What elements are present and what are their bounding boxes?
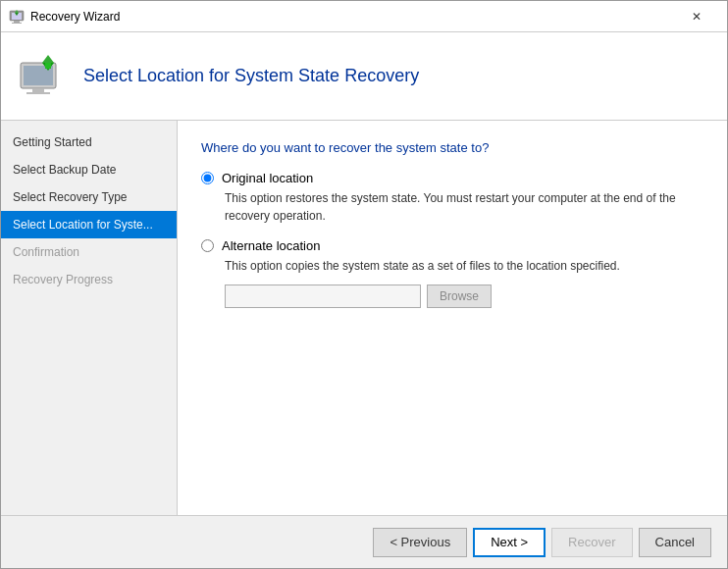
svg-rect-12 bbox=[45, 63, 51, 69]
title-bar: Recovery Wizard ✕ bbox=[1, 1, 727, 32]
original-location-label[interactable]: Original location bbox=[201, 171, 703, 185]
content-area: Getting Started Select Backup Date Selec… bbox=[1, 121, 727, 515]
browse-button[interactable]: Browse bbox=[427, 284, 492, 308]
original-location-radio[interactable] bbox=[201, 172, 214, 184]
title-bar-left: Recovery Wizard bbox=[9, 9, 120, 25]
svg-rect-3 bbox=[12, 23, 22, 24]
svg-rect-2 bbox=[14, 21, 20, 23]
sidebar-item-select-location[interactable]: Select Location for Syste... bbox=[1, 211, 177, 238]
header-icon bbox=[17, 51, 68, 102]
main-content: Where do you want to recover the system … bbox=[178, 121, 727, 515]
next-button[interactable]: Next > bbox=[473, 528, 546, 557]
svg-rect-9 bbox=[26, 92, 50, 94]
alternate-location-radio[interactable] bbox=[201, 239, 214, 252]
cancel-button[interactable]: Cancel bbox=[639, 528, 711, 557]
recover-button: Recover bbox=[551, 528, 632, 557]
sidebar-item-getting-started[interactable]: Getting Started bbox=[1, 129, 177, 156]
alternate-location-row: Browse bbox=[225, 284, 703, 308]
wizard-icon bbox=[17, 51, 68, 102]
radio-group: Original location This option restores t… bbox=[201, 171, 703, 308]
previous-button[interactable]: < Previous bbox=[373, 528, 467, 557]
header-title: Select Location for System State Recover… bbox=[83, 66, 419, 86]
recovery-wizard-window: Recovery Wizard ✕ Select Location for Sy… bbox=[0, 0, 728, 569]
alternate-location-label[interactable]: Alternate location bbox=[201, 238, 703, 253]
footer: < Previous Next > Recover Cancel bbox=[1, 515, 727, 568]
sidebar-item-select-backup-date[interactable]: Select Backup Date bbox=[1, 156, 177, 183]
alternate-location-option: Alternate location This option copies th… bbox=[201, 238, 703, 308]
title-bar-title: Recovery Wizard bbox=[30, 10, 120, 24]
alternate-location-text: Alternate location bbox=[222, 238, 320, 253]
svg-rect-8 bbox=[32, 88, 44, 92]
original-location-text: Original location bbox=[222, 171, 313, 185]
alternate-location-desc: This option copies the system state as a… bbox=[225, 257, 703, 275]
sidebar-item-recovery-progress: Recovery Progress bbox=[1, 266, 177, 293]
question-text: Where do you want to recover the system … bbox=[201, 140, 703, 155]
close-button[interactable]: ✕ bbox=[674, 1, 719, 32]
original-location-option: Original location This option restores t… bbox=[201, 171, 703, 225]
sidebar: Getting Started Select Backup Date Selec… bbox=[1, 121, 178, 515]
header-area: Select Location for System State Recover… bbox=[1, 32, 727, 121]
title-bar-icon bbox=[9, 9, 25, 25]
original-location-desc: This option restores the system state. Y… bbox=[225, 189, 703, 225]
svg-marker-10 bbox=[42, 55, 54, 63]
sidebar-item-select-recovery-type[interactable]: Select Recovery Type bbox=[1, 183, 177, 211]
alternate-location-input[interactable] bbox=[225, 284, 421, 308]
sidebar-item-confirmation: Confirmation bbox=[1, 238, 177, 266]
